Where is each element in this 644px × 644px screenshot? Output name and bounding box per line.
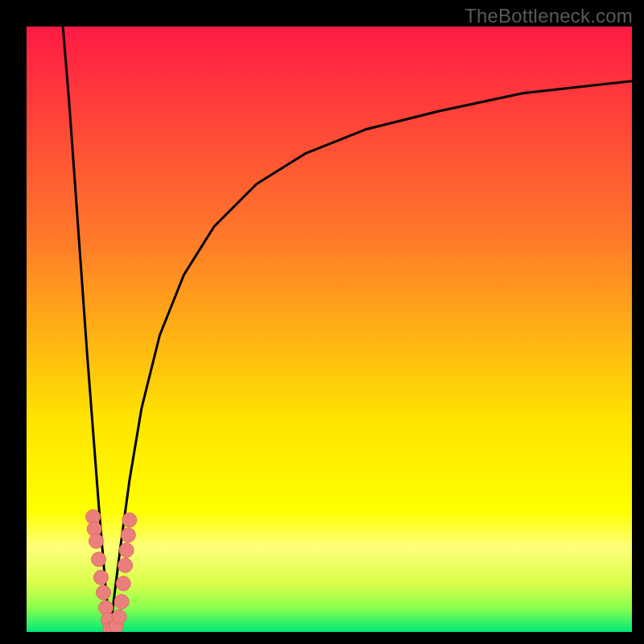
chart-plot [27,27,632,632]
data-point [97,585,111,600]
data-point [122,513,137,527]
data-point [114,594,129,609]
data-point [121,528,135,543]
chart-frame: TheBottleneck.com [0,0,644,644]
data-point [116,576,130,591]
data-point [118,558,133,572]
data-point [94,570,109,584]
attribution-text: TheBottleneck.com [464,5,633,27]
chart-background [27,27,632,632]
data-point [89,534,104,548]
data-point [112,609,126,624]
data-point [92,552,106,567]
data-point [119,543,134,558]
